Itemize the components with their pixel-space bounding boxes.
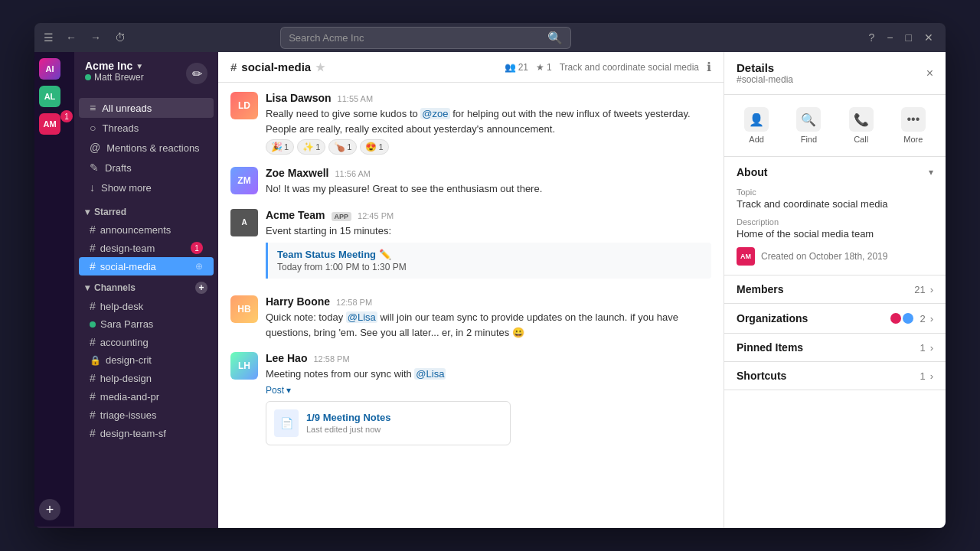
sidebar-item-mentions[interactable]: @ Mentions & reactions <box>79 138 214 158</box>
channels-label: Channels <box>94 282 136 293</box>
organizations-row[interactable]: Organizations 2 › <box>724 304 946 334</box>
channel-media-and-pr[interactable]: # media-and-pr <box>79 387 214 406</box>
channel-design-team[interactable]: # design-team 1 <box>79 239 214 257</box>
organizations-count-right: 2 › <box>889 311 933 325</box>
post-link[interactable]: Post ▾ <box>266 385 291 396</box>
shortcuts-label: Shortcuts <box>737 370 786 382</box>
title-bar: ☰ ← → ⏱ 🔍 ? − □ ✕ <box>34 23 946 52</box>
minimize-button[interactable]: − <box>884 28 896 47</box>
more-action-button[interactable]: ••• More <box>895 104 932 147</box>
pinned-items-row[interactable]: Pinned Items 1 › <box>724 334 946 362</box>
sidebar-item-label-drafts: Drafts <box>105 162 132 174</box>
message-content-3: Acme Team APP 12:45 PM Event starting in… <box>266 209 711 284</box>
history-button[interactable]: ⏱ <box>110 28 130 47</box>
add-workspace-button[interactable]: + <box>39 499 60 520</box>
members-row[interactable]: Members 21 › <box>724 276 946 304</box>
meeting-notes-card[interactable]: 📄 1/9 Meeting Notes Last edited just now <box>266 401 511 445</box>
details-actions: 👤 Add 🔍 Find 📞 Call ••• More <box>724 95 946 157</box>
created-info: AM Created on October 18th, 2019 <box>737 247 933 266</box>
lock-icon-design-crit: 🔒 <box>90 355 101 366</box>
reaction-1-2[interactable]: ✨1 <box>297 139 325 155</box>
mention-lisa[interactable]: @Lisa <box>346 311 377 323</box>
shortcuts-row[interactable]: Shortcuts 1 › <box>724 362 946 390</box>
channel-name-display: social-media <box>241 60 311 73</box>
channels-section-header[interactable]: ▾ Channels + <box>74 276 218 297</box>
info-button[interactable]: ℹ <box>707 60 711 74</box>
message-4: HB Harry Boone 12:58 PM Quick note: toda… <box>230 295 711 340</box>
reaction-1-1[interactable]: 🎉1 <box>266 139 294 155</box>
hamburger-icon[interactable]: ☰ <box>44 31 54 44</box>
event-title: Team Status Meeting ✏️ <box>277 249 702 260</box>
sidebar-item-drafts[interactable]: ✎ Drafts <box>79 158 214 178</box>
find-action-button[interactable]: 🔍 Find <box>790 104 827 147</box>
mention-zoe[interactable]: @zoe <box>420 108 449 119</box>
topic-value: Track and coordinate social media <box>737 198 933 210</box>
starred-section-header[interactable]: ▾ Starred <box>74 201 218 220</box>
search-bar[interactable]: 🔍 <box>280 27 571 49</box>
app-badge: APP <box>332 212 352 221</box>
channel-help-design[interactable]: # help-design <box>79 369 214 387</box>
about-section-title: About <box>737 166 767 178</box>
pinned-items-count: 1 <box>920 342 925 354</box>
about-section-arrow: ▾ <box>929 167 933 178</box>
dm-label-sara: Sara Parras <box>100 318 153 330</box>
workspace-name-label: Acme Inc <box>85 60 132 72</box>
close-details-button[interactable]: × <box>926 67 933 80</box>
pinned-items-label: Pinned Items <box>737 341 803 354</box>
channel-social-media[interactable]: # social-media ⊕ <box>79 257 214 276</box>
sidebar-item-threads[interactable]: ○ Threads <box>79 118 214 138</box>
workspace-avatar-am[interactable]: AM <box>39 113 60 135</box>
close-button[interactable]: ✕ <box>921 28 936 47</box>
call-action-icon: 📞 <box>849 107 874 132</box>
channel-help-desk[interactable]: # help-desk <box>79 297 214 315</box>
help-button[interactable]: ? <box>866 28 878 47</box>
add-action-button[interactable]: 👤 Add <box>738 104 775 147</box>
show-more-icon: ↓ <box>90 181 95 194</box>
design-team-badge: 1 <box>191 242 203 254</box>
sidebar-item-show-more[interactable]: ↓ Show more <box>79 178 214 197</box>
forward-button[interactable]: → <box>86 28 106 47</box>
channel-accounting[interactable]: # accounting <box>79 333 214 351</box>
channel-label-triage-issues: triage-issues <box>100 409 157 421</box>
pinned-items-count-right: 1 › <box>920 342 933 354</box>
dm-sara-parras[interactable]: Sara Parras <box>79 315 214 333</box>
org-icon-2 <box>901 311 915 325</box>
sidebar-item-unreads[interactable]: ≡ All unreads <box>79 98 214 118</box>
hash-icon-help-desk: # <box>90 300 96 312</box>
add-channel-button[interactable]: + <box>195 282 207 294</box>
compose-button[interactable]: ✏ <box>186 63 207 84</box>
star-count-item: ★ 1 <box>536 62 552 73</box>
message-content-4: Harry Boone 12:58 PM Quick note: today @… <box>266 295 711 340</box>
channel-announcements[interactable]: # announcements <box>79 220 214 239</box>
add-action-label: Add <box>749 135 764 144</box>
members-label: Members <box>737 283 783 295</box>
sidebar-scroll: ▾ Starred # announcements # design-team … <box>74 201 218 528</box>
workspace-avatar-al[interactable]: AL <box>39 86 60 107</box>
reaction-1-3[interactable]: 🍗1 <box>328 139 357 155</box>
search-input[interactable] <box>289 32 543 44</box>
channel-star-icon[interactable]: ★ <box>315 61 325 73</box>
msg-text-2: No! It was my pleasure! Great to see the… <box>266 181 711 197</box>
avatar-acme-team: A <box>230 209 258 236</box>
about-section-header[interactable]: About ▾ <box>724 157 946 187</box>
msg-text-3: Event starting in 15 minutes: <box>266 223 711 239</box>
workspace-avatar-ai[interactable]: AI <box>39 58 60 80</box>
back-button[interactable]: ← <box>61 28 81 47</box>
workspace-dropdown-arrow[interactable]: ▼ <box>136 62 143 70</box>
msg-author-4: Harry Boone <box>266 295 330 308</box>
sidebar-item-label-mentions: Mentions & reactions <box>106 142 199 154</box>
mention-lisa-2[interactable]: @Lisa <box>414 368 446 380</box>
channel-design-team-sf[interactable]: # design-team-sf <box>79 424 214 442</box>
details-scroll: About ▾ Topic Track and coordinate socia… <box>724 157 946 528</box>
members-count-right: 21 › <box>914 284 933 295</box>
details-panel: Details #social-media × 👤 Add 🔍 Find 📞 C… <box>724 52 946 528</box>
sidebar-item-label-threads: Threads <box>102 122 139 134</box>
call-action-button[interactable]: 📞 Call <box>843 104 880 147</box>
post-label: Post <box>266 385 284 396</box>
channel-design-crit[interactable]: 🔒 design-crit <box>79 351 214 369</box>
channel-triage-issues[interactable]: # triage-issues <box>79 406 214 424</box>
reaction-1-4[interactable]: 😍1 <box>360 139 388 155</box>
avatar-harry-boone: HB <box>230 295 258 323</box>
maximize-button[interactable]: □ <box>903 28 915 47</box>
chat-area: # social-media ★ 👥 21 ★ 1 Track and coor… <box>218 52 724 528</box>
